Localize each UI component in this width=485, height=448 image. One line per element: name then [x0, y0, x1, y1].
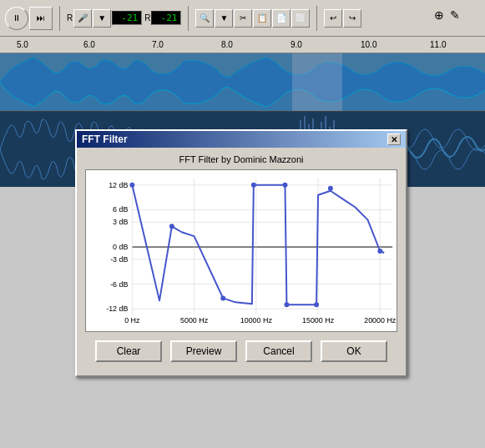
ok-button[interactable]: OK: [321, 340, 387, 362]
svg-point-39: [169, 224, 174, 229]
svg-text:5000 Hz: 5000 Hz: [180, 316, 209, 325]
copy-button[interactable]: 📋: [253, 9, 271, 28]
svg-point-42: [282, 183, 287, 188]
right-meter-value: -21: [151, 11, 181, 25]
left-channel-label: R: [67, 13, 73, 23]
fft-chart-svg: 12 dB 6 dB 3 dB 0 dB -3 dB -6 dB -12 dB …: [86, 170, 397, 331]
dialog-body: FFT Filter by Dominic Mazzoni 12: [77, 148, 406, 375]
svg-rect-1: [292, 53, 342, 111]
timeline-ruler: 5.0 6.0 7.0 8.0 9.0 10.0 11.0: [0, 37, 485, 53]
daw-background: ⏸ ⏭ R 🎤 ▼ -21 R -21 🔍 ▼ ✂ 📋 📄 ⬜ ↩ ↪: [0, 0, 485, 448]
svg-point-38: [129, 183, 134, 188]
svg-text:-12 dB: -12 dB: [106, 305, 128, 313]
cut-button[interactable]: ✂: [234, 9, 252, 28]
svg-point-41: [251, 183, 256, 188]
dialog-subtitle: FFT Filter by Dominic Mazzoni: [83, 154, 399, 164]
svg-text:20000 Hz: 20000 Hz: [364, 316, 397, 325]
svg-text:10000 Hz: 10000 Hz: [240, 316, 273, 325]
waveform-svg-1: [0, 53, 485, 111]
svg-text:15000 Hz: 15000 Hz: [302, 316, 335, 325]
waveform-track-1: [0, 53, 485, 112]
svg-point-40: [220, 295, 225, 300]
timeline-mark-11: 11.0: [430, 40, 446, 49]
fft-chart[interactable]: 12 dB 6 dB 3 dB 0 dB -3 dB -6 dB -12 dB …: [85, 169, 397, 332]
pause-button[interactable]: ⏸: [5, 7, 28, 30]
svg-text:-6 dB: -6 dB: [110, 280, 128, 289]
preview-button[interactable]: Preview: [170, 340, 237, 362]
dialog-titlebar: FFT Filter ✕: [77, 131, 406, 148]
svg-text:0 dB: 0 dB: [113, 243, 128, 251]
redo-button[interactable]: ↪: [343, 9, 361, 28]
paste-button[interactable]: 📄: [272, 9, 290, 28]
svg-point-45: [377, 249, 382, 254]
timeline-mark-9: 9.0: [290, 40, 302, 49]
clear-button[interactable]: Clear: [95, 340, 162, 362]
undo-button[interactable]: ↩: [324, 9, 342, 28]
skip-button[interactable]: ⏭: [29, 7, 53, 30]
input-icon[interactable]: 🎤: [73, 9, 92, 28]
cancel-button[interactable]: Cancel: [245, 340, 312, 362]
svg-text:0 Hz: 0 Hz: [124, 316, 140, 325]
trim-button[interactable]: ⬜: [291, 9, 310, 28]
dialog-button-row: Clear Preview Cancel OK: [83, 340, 399, 369]
transport-controls: ⏸ ⏭: [5, 7, 53, 30]
svg-text:6 dB: 6 dB: [113, 205, 128, 214]
svg-text:12 dB: 12 dB: [109, 181, 128, 189]
timeline-mark-10: 10.0: [361, 40, 376, 49]
svg-rect-12: [87, 170, 396, 331]
timeline-mark-5: 5.0: [17, 40, 28, 49]
fft-filter-dialog: FFT Filter ✕ FFT Filter by Dominic Mazzo…: [75, 129, 407, 377]
left-meter-value: -21: [112, 11, 142, 25]
misc-icons: ⊕ ✎: [434, 8, 460, 22]
left-meter-section: R 🎤 ▼ -21 R -21: [67, 9, 181, 28]
dialog-title: FFT Filter: [82, 133, 128, 145]
undo-section: ↩ ↪: [324, 9, 361, 28]
svg-point-37: [328, 186, 333, 191]
timeline-mark-8: 8.0: [221, 40, 233, 49]
timeline-mark-6: 6.0: [83, 40, 95, 49]
meter-dropdown-left[interactable]: ▼: [93, 9, 111, 28]
zoom-dropdown[interactable]: ▼: [215, 9, 233, 28]
tools-section: 🔍 ▼ ✂ 📋 📄 ⬜: [195, 9, 310, 28]
toolbar: ⏸ ⏭ R 🎤 ▼ -21 R -21 🔍 ▼ ✂ 📋 📄 ⬜ ↩ ↪: [0, 0, 485, 37]
dialog-close-button[interactable]: ✕: [387, 133, 401, 145]
svg-point-44: [314, 302, 319, 307]
svg-point-43: [284, 302, 289, 307]
timeline-mark-7: 7.0: [152, 40, 164, 49]
right-channel-label: R: [144, 13, 150, 23]
zoom-button[interactable]: 🔍: [195, 9, 214, 28]
svg-text:-3 dB: -3 dB: [110, 255, 128, 264]
svg-text:3 dB: 3 dB: [113, 218, 128, 226]
